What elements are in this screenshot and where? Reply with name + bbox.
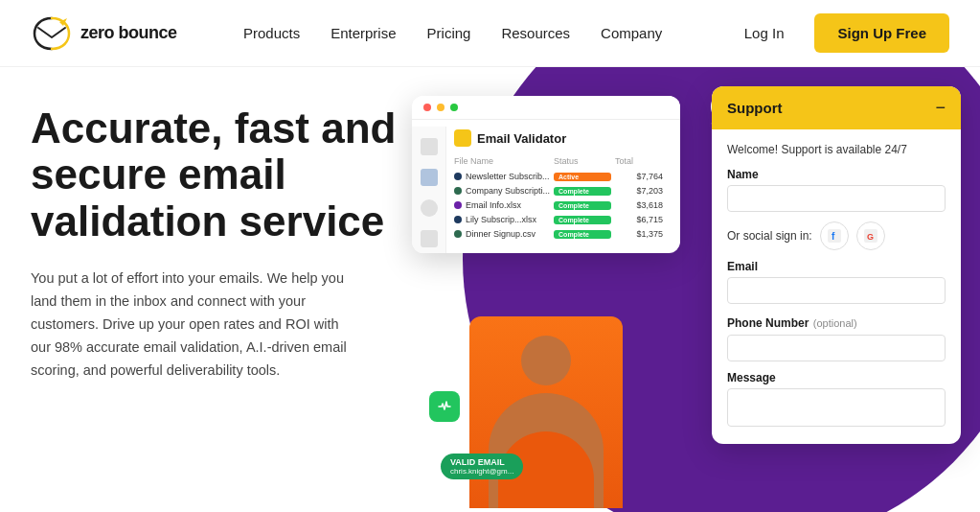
table-header: File Name Status Total <box>454 156 663 166</box>
dot-yellow <box>437 104 444 111</box>
dot-green <box>450 104 458 111</box>
logo-text: zero bounce <box>80 23 177 43</box>
phone-label: Phone Number <box>727 316 809 330</box>
table-row: Company Subscripti... Complete $7,203 <box>454 186 663 196</box>
sidebar-icon-2 <box>421 169 438 186</box>
dot-red <box>423 104 431 111</box>
support-close-button[interactable]: − <box>935 98 946 118</box>
header-actions: Log In Sign Up Free <box>729 13 949 53</box>
pulse-icon <box>429 391 460 422</box>
name-label: Name <box>727 168 946 181</box>
support-header: Support − <box>712 86 961 129</box>
phone-optional-label: (optional) <box>813 317 857 329</box>
table-row: Newsletter Subscrib... Active $7,764 <box>454 172 663 181</box>
facebook-sign-in-button[interactable]: f <box>820 221 849 250</box>
svg-text:G: G <box>867 232 874 242</box>
support-title: Support <box>727 100 783 116</box>
logo-icon <box>31 16 73 51</box>
dash-content: Email Validator File Name Status Total N… <box>446 120 672 253</box>
nav-products[interactable]: Products <box>243 25 300 41</box>
support-body: Welcome! Support is available 24/7 Name … <box>712 129 961 444</box>
email-label: Email <box>727 260 946 273</box>
sidebar-icon-4 <box>421 230 438 247</box>
support-widget: Support − Welcome! Support is available … <box>712 86 961 444</box>
table-row: Lily Subscrip...xlsx Complete $6,715 <box>454 215 663 224</box>
hero-subtitle: You put a lot of effort into your emails… <box>31 268 356 383</box>
social-row: Or social sign in: f G <box>727 221 946 250</box>
sidebar-icon-1 <box>421 138 438 155</box>
google-sign-in-button[interactable]: G <box>856 221 885 250</box>
message-textarea[interactable] <box>727 388 946 427</box>
social-sign-in-label: Or social sign in: <box>727 229 812 243</box>
logo[interactable]: zero bounce <box>31 16 177 51</box>
dashboard-mockup: Email Validator File Name Status Total N… <box>412 77 718 499</box>
email-input[interactable] <box>727 277 946 304</box>
hero-title: Accurate, fast and secure email validati… <box>31 105 433 244</box>
sidebar-icon-3 <box>421 199 438 217</box>
email-validator-title: Email Validator <box>454 129 663 147</box>
dash-sidebar <box>412 127 446 253</box>
ev-icon <box>454 129 471 147</box>
nav-enterprise[interactable]: Enterprise <box>330 25 396 41</box>
login-button[interactable]: Log In <box>729 17 800 49</box>
header: zero bounce Products Enterprise Pricing … <box>0 0 980 67</box>
phone-input[interactable] <box>727 335 946 361</box>
dashboard-card: Email Validator File Name Status Total N… <box>412 96 680 253</box>
person-mockup <box>469 316 623 508</box>
nav-pricing[interactable]: Pricing <box>427 25 471 41</box>
name-input[interactable] <box>727 185 946 212</box>
nav-resources[interactable]: Resources <box>501 25 570 41</box>
support-welcome-text: Welcome! Support is available 24/7 <box>727 143 946 156</box>
table-row: Email Info.xlsx Complete $3,618 <box>454 200 663 210</box>
valid-email-tag: VALID EMAIL chris.knight@gm... <box>441 454 523 479</box>
table-row: Dinner Signup.csv Complete $1,375 <box>454 229 663 239</box>
main-nav: Products Enterprise Pricing Resources Co… <box>243 25 662 41</box>
signup-button[interactable]: Sign Up Free <box>814 13 949 53</box>
hero-section: Accurate, fast and secure email validati… <box>0 67 980 512</box>
hero-text-block: Accurate, fast and secure email validati… <box>31 105 433 383</box>
dash-top-bar <box>412 96 680 120</box>
message-label: Message <box>727 371 946 384</box>
nav-company[interactable]: Company <box>601 25 662 41</box>
